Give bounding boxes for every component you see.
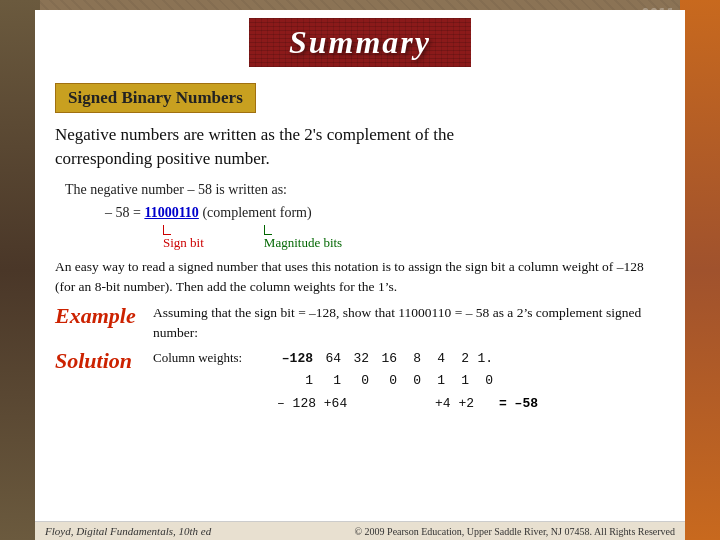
- footer-right: © 2009 Pearson Education, Upper Saddle R…: [355, 526, 676, 537]
- bit-7: 0: [473, 371, 493, 392]
- page-title: Summary: [289, 24, 431, 60]
- detail-block: The negative number – 58 is written as: …: [55, 179, 665, 251]
- bit-3: 0: [373, 371, 397, 392]
- col-weights-row: Column weights: –128 64 32 16 8 4 2 1.: [153, 348, 665, 370]
- example-label-text: Example: [55, 303, 136, 328]
- solution-label-text: Solution: [55, 348, 132, 373]
- weight-64: 64: [317, 349, 341, 370]
- col-weights-label: Column weights:: [153, 348, 273, 369]
- main-content-card: Summary Signed Binary Numbers Negative n…: [35, 10, 685, 530]
- weight-1: 1.: [473, 349, 493, 370]
- easy-way-paragraph: An easy way to read a signed number that…: [55, 257, 665, 298]
- title-bar: Summary: [35, 10, 685, 79]
- bit-labels-row: Sign bit Magnitude bits: [65, 225, 665, 251]
- solution-label: Solution: [55, 348, 145, 374]
- weight-32: 32: [345, 349, 369, 370]
- main-description: Negative numbers are written as the 2's …: [55, 123, 665, 171]
- complement-suffix: (complement form): [199, 205, 312, 220]
- bit-1: 1: [317, 371, 341, 392]
- weight-4: 4: [425, 349, 445, 370]
- main-desc-line2: corresponding positive number.: [55, 149, 270, 168]
- left-decorative-panel: [0, 0, 40, 540]
- complement-number: 11000110: [144, 205, 198, 220]
- weight-neg128: –128: [277, 349, 313, 370]
- calc-row: – 128 +64 +4 +2 = –58: [153, 394, 665, 415]
- weight-8: 8: [401, 349, 421, 370]
- detail-line1: The negative number – 58 is written as:: [65, 179, 665, 200]
- section-badge-text: Signed Binary Numbers: [68, 88, 243, 107]
- weight-2: 2: [449, 349, 469, 370]
- bits-row: 1 1 0 0 0 1 1 0: [153, 371, 665, 392]
- bit-6: 1: [449, 371, 469, 392]
- footer-left: Floyd, Digital Fundamentals, 10th ed: [45, 525, 211, 537]
- main-desc-line1: Negative numbers are written as the 2's …: [55, 125, 454, 144]
- bit-4: 0: [401, 371, 421, 392]
- result-eq: = –58: [499, 394, 538, 415]
- weight-16: 16: [373, 349, 397, 370]
- solution-content: Column weights: –128 64 32 16 8 4 2 1. 1…: [153, 348, 665, 415]
- right-decorative-panel: [680, 0, 720, 540]
- calc-right: +4 +2: [435, 394, 495, 415]
- bit-0: 1: [277, 371, 313, 392]
- bit-2: 0: [345, 371, 369, 392]
- footer: Floyd, Digital Fundamentals, 10th ed © 2…: [35, 521, 685, 540]
- bit-5: 1: [425, 371, 445, 392]
- magnitude-bits-label: Magnitude bits: [264, 235, 342, 251]
- section-badge: Signed Binary Numbers: [55, 83, 256, 113]
- solution-block: Solution Column weights: –128 64 32 16 8…: [55, 348, 665, 415]
- complement-prefix: – 58 =: [105, 205, 144, 220]
- detail-line2: – 58 = 11000110 (complement form): [65, 202, 665, 223]
- example-block: Example Assuming that the sign bit = –12…: [55, 303, 665, 344]
- sign-bit-label: Sign bit: [163, 235, 204, 251]
- example-label: Example: [55, 303, 145, 329]
- example-text: Assuming that the sign bit = –128, show …: [153, 303, 665, 344]
- content-area: Signed Binary Numbers Negative numbers a…: [35, 83, 685, 427]
- calc-left: – 128 +64: [277, 394, 377, 415]
- title-box: Summary: [249, 18, 471, 67]
